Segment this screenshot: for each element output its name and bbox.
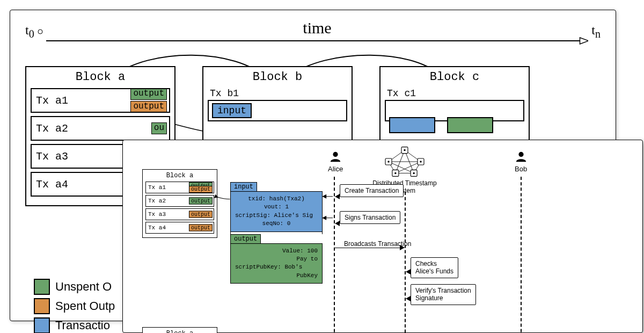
svg-point-24	[413, 172, 414, 174]
tx-body	[385, 100, 524, 121]
svg-marker-28	[322, 216, 326, 220]
svg-point-21	[387, 161, 389, 162]
tx-label: Tx a4	[148, 225, 166, 231]
arrow-icon	[335, 221, 340, 226]
svg-point-3	[333, 152, 338, 157]
io-line: PubKey	[235, 272, 318, 280]
actor-bob: Bob	[515, 151, 527, 173]
io-line: Pay to	[235, 255, 318, 263]
legend-label: Transactio	[55, 318, 110, 332]
tx-label: Tx a1	[36, 95, 68, 107]
arrow-icon	[406, 269, 411, 274]
tx-label: Tx a4	[36, 178, 68, 191]
time-start-label: t0	[25, 23, 34, 40]
actor-label: Bob	[515, 165, 527, 173]
svg-point-0	[38, 30, 42, 34]
arrow-icon	[406, 296, 411, 301]
tx-label: Tx a3	[148, 211, 166, 218]
tx-label: Tx a2	[148, 198, 166, 204]
svg-point-23	[394, 172, 396, 174]
timeline: t0 time tn	[25, 19, 601, 45]
io-line: seqNo: 0	[235, 220, 318, 228]
io-line: Value: 100	[235, 247, 318, 255]
legend-label: Unspent O	[55, 280, 112, 294]
output-chip: ou	[151, 122, 167, 134]
msg-sign: Signs Transaction	[340, 211, 400, 224]
actor-label: Alice	[328, 165, 343, 173]
msg-verify-sig: Verify's TransactionSignature	[411, 284, 476, 305]
io-line: scriptPubKey: Bob's	[235, 263, 318, 271]
tx-row: Tx a2 output	[145, 195, 214, 207]
time-start-dot-icon	[38, 29, 43, 34]
svg-marker-26	[322, 194, 326, 199]
output-chip: output	[189, 211, 213, 218]
lifeline-dts	[405, 192, 406, 333]
timeline-title: time	[46, 19, 589, 37]
arrow-icon	[335, 194, 340, 199]
legend-swatch	[34, 279, 50, 295]
svg-marker-2	[580, 38, 588, 44]
block-title: Block b	[208, 70, 347, 84]
person-icon	[515, 151, 527, 165]
time-end-label: tn	[591, 23, 601, 40]
tx-row: Tx a4 output	[145, 222, 214, 234]
foreground-sequence-card: Block a Tx a1 output output Tx a2 output…	[122, 140, 643, 333]
block-title: Block a	[31, 70, 170, 84]
legend-label: Spent Outp	[55, 299, 115, 313]
legend-swatch	[34, 298, 50, 314]
block-title: Block a	[145, 330, 214, 333]
actor-alice: Alice	[328, 151, 343, 173]
timeline-arrow-icon	[46, 37, 589, 45]
legend: Unspent O Spent Outp Transactio	[34, 279, 115, 333]
block-title: Block c	[385, 70, 524, 84]
tx-label: Tx a1	[148, 184, 166, 191]
tx-row: Tx a1 output output	[31, 88, 170, 113]
output-chip: output	[130, 101, 167, 113]
svg-point-4	[518, 152, 523, 157]
io-line: scriptSig: Alice's Sig	[235, 212, 318, 220]
network-icon	[382, 146, 428, 178]
io-detail: input txid: hash(Txa2) vout: 1 scriptSig…	[230, 182, 323, 284]
output-chip: output	[130, 88, 167, 100]
person-icon	[328, 151, 343, 165]
output-chip: output	[189, 198, 213, 205]
output-chip: output	[189, 225, 213, 231]
tx-row: Tx a1 output output	[145, 182, 214, 193]
tx-body: input	[208, 100, 347, 121]
output-header: output	[230, 234, 261, 244]
tx-label: Tx a3	[36, 150, 68, 163]
input-header: input	[230, 182, 257, 192]
msg-check-funds: ChecksAlice's Funds	[411, 257, 458, 278]
lifeline-alice	[334, 177, 335, 333]
msg-create: Create Transaction	[340, 184, 404, 197]
tx-row: Tx a2 ou	[31, 116, 170, 141]
io-line: vout: 1	[235, 203, 318, 211]
input-bar	[389, 117, 435, 133]
mini-block-a-2: Block a	[142, 327, 217, 333]
arrow-line	[334, 248, 404, 248]
output-body: Value: 100 Pay to scriptPubKey: Bob's Pu…	[230, 243, 323, 284]
lifeline-bob	[521, 177, 522, 333]
tx-label: Tx c1	[387, 88, 524, 99]
tx-label: Tx a2	[36, 122, 68, 135]
output-bar	[447, 117, 493, 133]
io-line: txid: hash(Txa2)	[235, 195, 318, 203]
input-body: txid: hash(Txa2) vout: 1 scriptSig: Alic…	[230, 191, 323, 232]
input-chip: input	[212, 103, 252, 118]
svg-point-22	[420, 161, 421, 162]
svg-point-20	[404, 149, 405, 151]
legend-swatch	[34, 317, 50, 333]
tx-row: Tx a3 output	[145, 208, 214, 220]
arrow-icon	[400, 245, 405, 250]
tx-label: Tx b1	[210, 88, 347, 99]
mini-block-a: Block a Tx a1 output output Tx a2 output…	[142, 169, 217, 238]
block-title: Block a	[145, 172, 214, 179]
output-chip: output	[189, 186, 213, 193]
